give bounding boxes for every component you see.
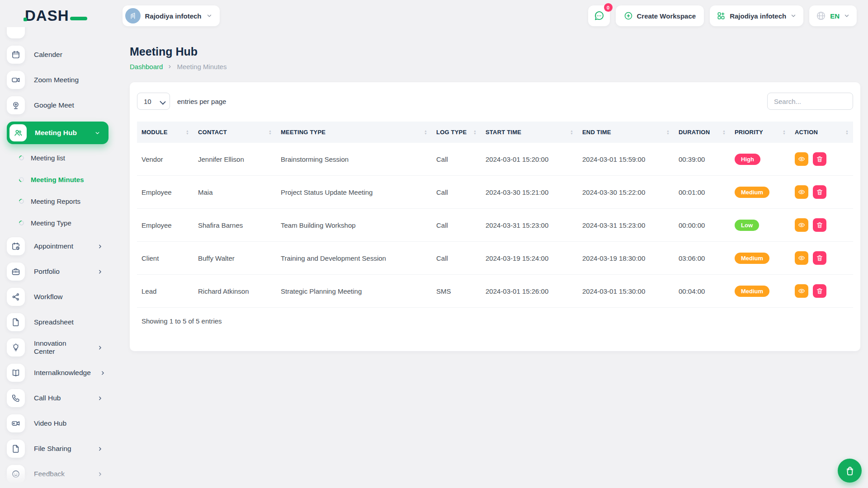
entries-per-page-select[interactable]: 10: [137, 93, 170, 110]
cell-start-time: 2024-03-31 15:23:00: [481, 209, 578, 242]
sidebar-item-innovation-center[interactable]: Innovation Center: [7, 338, 108, 357]
sort-arrows-icon[interactable]: ▲▼: [186, 130, 189, 135]
sidebar-subitem-label: Meeting list: [31, 154, 65, 162]
feedback-icon: [7, 465, 25, 483]
view-button[interactable]: [795, 185, 808, 199]
logo-dash: [70, 17, 87, 20]
app-logo[interactable]: DASH: [25, 7, 81, 24]
sidebar-item-spreadsheet[interactable]: Spreadsheet: [7, 313, 108, 331]
cell-log-type: Call: [432, 176, 481, 209]
sort-arrows-icon[interactable]: ▲▼: [845, 130, 849, 135]
sidebar-item-zoom-meeting[interactable]: Zoom Meeting: [7, 71, 108, 89]
column-header-log-type[interactable]: LOG TYPE▲▼: [432, 122, 481, 143]
view-button[interactable]: [795, 152, 808, 166]
chevron-right-icon: [100, 370, 106, 376]
cell-end-time: 2024-03-01 15:59:00: [578, 143, 674, 176]
cell-contact: Shafira Barnes: [193, 209, 276, 242]
sidebar-item-video-hub[interactable]: Video Hub: [7, 414, 108, 432]
sort-arrows-icon[interactable]: ▲▼: [666, 130, 670, 135]
plus-circle-icon: [624, 11, 633, 20]
delete-button[interactable]: [813, 152, 826, 166]
breadcrumb-dashboard-link[interactable]: Dashboard: [130, 63, 163, 70]
logo-text: DASH: [25, 7, 69, 24]
delete-button[interactable]: [813, 284, 826, 298]
column-header-action[interactable]: ACTION▲▼: [790, 122, 853, 143]
cell-module: Employee: [137, 176, 193, 209]
view-button[interactable]: [795, 251, 808, 265]
sidebar-item-google-meet[interactable]: Google Meet: [7, 96, 108, 114]
search-input[interactable]: [767, 93, 853, 110]
sidebar-item-file-sharing[interactable]: File Sharing: [7, 440, 108, 458]
shopping-bag-icon: [844, 465, 855, 476]
company-menu[interactable]: Rajodiya infotech: [710, 5, 803, 26]
chevron-down-icon: [790, 13, 797, 19]
sidebar-subitem-meeting-list[interactable]: Meeting list: [0, 147, 115, 169]
sidebar-item-label: Video Hub: [34, 419, 66, 427]
cell-meeting-type: Training and Development Session: [276, 242, 432, 275]
sort-arrows-icon[interactable]: ▲▼: [473, 130, 476, 135]
column-header-contact[interactable]: CONTACT▲▼: [193, 122, 276, 143]
cell-end-time: 2024-03-30 15:22:00: [578, 176, 674, 209]
sidebar-item-label: Spreadsheet: [34, 318, 74, 326]
column-header-priority[interactable]: PRIORITY▲▼: [730, 122, 790, 143]
sidebar-subitem-meeting-minutes[interactable]: Meeting Minutes: [0, 169, 115, 190]
sidebar-item-appointment[interactable]: Appointment: [7, 237, 108, 255]
phone-icon: [7, 389, 25, 407]
column-header-duration[interactable]: DURATION▲▼: [674, 122, 730, 143]
column-header-label: PRIORITY: [735, 129, 763, 136]
table-toolbar: 10 entries per page: [137, 93, 853, 110]
sort-arrows-icon[interactable]: ▲▼: [783, 130, 786, 135]
building-icon: [125, 8, 141, 23]
view-button[interactable]: [795, 284, 808, 298]
loader-circle-icon: [18, 176, 25, 183]
sidebar-subitem-meeting-reports[interactable]: Meeting Reports: [0, 190, 115, 212]
entries-per-page-label: entries per page: [177, 98, 226, 105]
sidebar-subitem-label: Meeting Minutes: [31, 176, 84, 183]
cell-contact: Buffy Walter: [193, 242, 276, 275]
sidebar-item-feedback[interactable]: Feedback: [7, 465, 108, 483]
workspace-name: Rajodiya infotech: [145, 12, 202, 20]
delete-button[interactable]: [813, 185, 826, 199]
column-header-meeting-type[interactable]: MEETING TYPE▲▼: [276, 122, 432, 143]
chevron-right-icon: [97, 244, 103, 249]
sort-arrows-icon[interactable]: ▲▼: [269, 130, 272, 135]
view-button[interactable]: [795, 218, 808, 232]
sidebar-item-meeting-hub[interactable]: Meeting Hub: [7, 122, 108, 144]
table-row: EmployeeMaiaProject Status Update Meetin…: [137, 176, 853, 209]
language-selector[interactable]: EN: [809, 5, 857, 26]
column-header-end-time[interactable]: END TIME▲▼: [578, 122, 674, 143]
sidebar-item-portfolio[interactable]: Portfolio: [7, 263, 108, 281]
clipped-icon: [7, 27, 25, 38]
column-header-start-time[interactable]: START TIME▲▼: [481, 122, 578, 143]
cell-priority: Medium: [730, 176, 790, 209]
workspace-switcher[interactable]: Rajodiya infotech: [123, 5, 220, 26]
sidebar-menu: CalenderZoom MeetingGoogle MeetMeeting H…: [0, 46, 115, 483]
sort-arrows-icon[interactable]: ▲▼: [424, 130, 427, 135]
cell-priority: Low: [730, 209, 790, 242]
sort-arrows-icon[interactable]: ▲▼: [722, 130, 726, 135]
cell-action: [790, 209, 853, 242]
share-nodes-icon: [7, 288, 25, 306]
sidebar-subitem-meeting-type[interactable]: Meeting Type: [0, 212, 115, 234]
column-header-module[interactable]: MODULE▲▼: [137, 122, 193, 143]
meeting-minutes-card: 10 entries per page MODULE▲▼CONTACT▲▼MEE…: [130, 82, 860, 351]
sidebar-item-call-hub[interactable]: Call Hub: [7, 389, 108, 407]
loader-circle-icon: [18, 197, 25, 204]
sort-arrows-icon[interactable]: ▲▼: [570, 130, 573, 135]
delete-button[interactable]: [813, 218, 826, 232]
sidebar-item-internalknowledge[interactable]: Internalknowledge: [7, 364, 108, 382]
sidebar-item-clipped[interactable]: [7, 27, 108, 38]
column-header-label: ACTION: [795, 129, 818, 136]
sidebar-item-label: File Sharing: [34, 445, 71, 453]
table-row: LeadRichard AtkinsonStrategic Planning M…: [137, 275, 853, 308]
create-workspace-label: Create Workspace: [637, 12, 696, 20]
sidebar-item-workflow[interactable]: Workflow: [7, 288, 108, 306]
delete-button[interactable]: [813, 251, 826, 265]
cell-action: [790, 143, 853, 176]
create-workspace-button[interactable]: Create Workspace: [616, 5, 704, 26]
file-icon: [7, 313, 25, 331]
messages-button[interactable]: 0: [588, 5, 610, 26]
store-fab-button[interactable]: [838, 459, 862, 483]
sidebar-item-calender[interactable]: Calender: [7, 46, 108, 64]
lightbulb-icon: [7, 338, 25, 357]
